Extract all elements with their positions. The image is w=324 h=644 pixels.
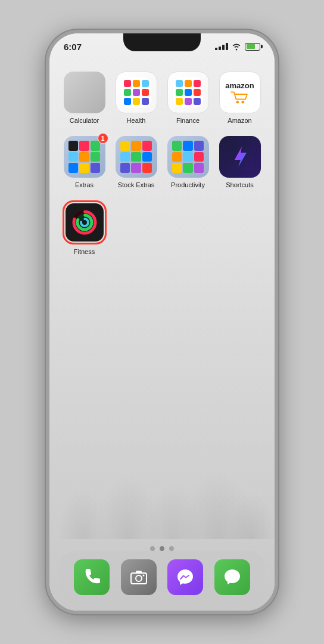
dock-app-messenger[interactable] [167,559,203,595]
status-right [215,43,260,51]
status-time: 6:07 [64,42,82,52]
app-productivity[interactable]: Productivity [165,136,211,188]
app-shortcuts[interactable]: Shortcuts [217,136,263,188]
app-calculator[interactable]: Calculator [61,72,107,124]
svg-point-21 [241,100,244,103]
svg-rect-31 [136,571,142,574]
svg-point-32 [142,575,144,577]
svg-rect-29 [131,573,147,584]
svg-rect-16 [194,89,201,96]
svg-rect-17 [176,98,183,105]
svg-rect-1 [124,80,131,87]
page-dot-3 [169,546,174,551]
stock-extras-label: Stock Extras [118,181,155,188]
svg-point-20 [236,100,239,103]
amazon-text: amazon [225,81,254,90]
wifi-icon [232,43,241,51]
calculator-icon[interactable] [64,72,105,113]
battery-icon [245,43,260,51]
finance-label: Finance [176,117,200,124]
svg-rect-15 [185,89,192,96]
dock-app-camera[interactable] [121,559,157,595]
extras-badge: 1 [98,133,108,144]
svg-rect-19 [194,98,201,105]
svg-rect-13 [194,80,201,87]
notch [123,33,201,51]
health-icon[interactable] [116,72,157,113]
stock-extras-icon[interactable] [116,136,157,178]
svg-rect-12 [185,80,192,87]
page-dot-1 [150,546,155,551]
signal-icon [215,43,228,50]
app-grid: Calculator [61,66,263,255]
page-dot-2 [160,546,164,551]
shortcuts-icon[interactable] [219,136,261,178]
amazon-label: Amazon [228,117,251,124]
app-fitness[interactable]: Fitness [61,200,107,255]
app-finance[interactable]: Finance [165,72,211,124]
fitness-selection-ring [63,200,107,244]
dock [59,551,265,603]
dock-app-phone[interactable] [74,559,110,595]
svg-rect-11 [176,80,183,87]
svg-rect-7 [124,98,131,105]
phone-screen: 6:07 [49,33,275,611]
extras-label: Extras [75,181,94,188]
battery-fill [247,44,256,49]
svg-rect-4 [124,89,131,96]
svg-rect-2 [133,80,140,87]
finance-icon[interactable] [167,72,209,113]
phone-frame: 6:07 [46,30,278,614]
health-label: Health [127,117,146,124]
svg-rect-14 [176,89,183,96]
svg-rect-6 [142,89,149,96]
svg-rect-8 [133,98,140,105]
svg-rect-18 [185,98,192,105]
fitness-label: Fitness [74,248,95,255]
svg-rect-5 [133,89,140,96]
shortcuts-label: Shortcuts [226,181,253,188]
svg-point-30 [136,575,142,581]
home-content: Calculator [49,66,275,557]
productivity-icon[interactable] [167,136,209,178]
app-extras[interactable]: 1 Extras [61,136,107,188]
app-amazon[interactable]: amazon Amazon [217,72,263,124]
app-health[interactable]: Health [113,72,159,124]
svg-rect-9 [142,98,149,105]
dock-app-messages[interactable] [214,559,250,595]
productivity-label: Productivity [171,181,205,188]
page-dots [49,546,275,551]
calculator-label: Calculator [70,117,99,124]
app-stock-extras[interactable]: Stock Extras [113,136,159,188]
amazon-icon[interactable]: amazon [219,72,261,113]
fitness-icon[interactable] [66,203,104,242]
svg-rect-3 [142,80,149,87]
